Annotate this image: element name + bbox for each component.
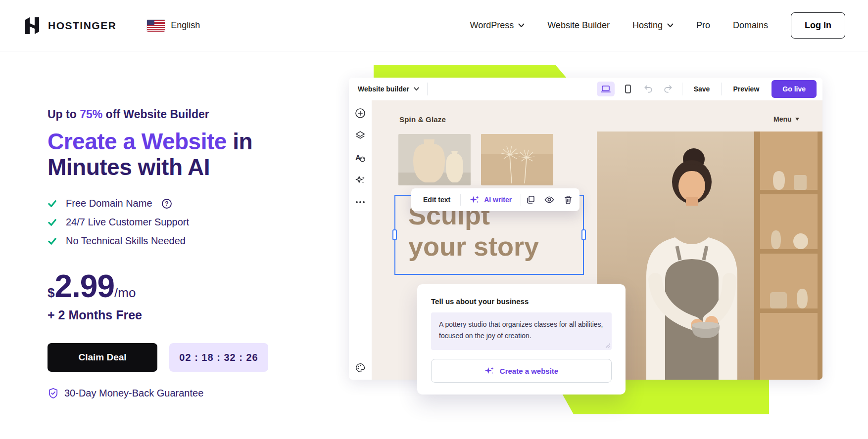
hostinger-logo[interactable]: HOSTINGER <box>23 16 116 36</box>
layers-icon[interactable] <box>354 130 366 141</box>
toolbar-divider <box>427 83 428 95</box>
check-icon <box>48 236 57 246</box>
hero-photo <box>597 132 822 380</box>
price: $ 2.99 /mo <box>48 270 305 302</box>
toolbar-divider <box>721 83 722 95</box>
visibility-button[interactable] <box>540 190 559 209</box>
undo-icon <box>644 85 653 93</box>
resize-grip-icon[interactable] <box>605 343 610 348</box>
shield-check-icon <box>48 388 59 399</box>
feature-free-domain: Free Domain Name ? <box>48 198 305 209</box>
builder-toolbar-actions: Save Preview Go live <box>597 80 817 98</box>
theme-palette-icon[interactable] <box>354 362 366 374</box>
ai-sparkles-icon[interactable] <box>354 174 366 186</box>
image-gallery <box>398 134 553 185</box>
language-selector[interactable]: English <box>147 20 200 32</box>
resize-handle-right[interactable] <box>581 229 586 240</box>
svg-text:?: ? <box>165 200 168 207</box>
us-flag-icon <box>147 20 165 32</box>
feature-support: 24/7 Live Customer Support <box>48 217 305 228</box>
edit-text-button[interactable]: Edit text <box>413 196 460 204</box>
nav-item-domains[interactable]: Domains <box>733 20 768 31</box>
copy-icon <box>526 195 535 204</box>
redo-icon <box>663 85 673 93</box>
builder-sidebar: A <box>349 100 372 380</box>
delete-button[interactable] <box>559 190 578 209</box>
sparkle-icon <box>470 195 480 205</box>
hostinger-logo-icon <box>23 16 42 36</box>
typography-icon[interactable]: A <box>354 152 366 164</box>
mobile-view-button[interactable] <box>619 82 637 96</box>
business-description-input[interactable]: A pottery studio that organizes classes … <box>431 312 612 350</box>
go-live-button[interactable]: Go live <box>772 80 817 98</box>
business-prompt-card: Tell us about your business A pottery st… <box>417 284 626 395</box>
hero-section: Up to 75% off Website Builder Create a W… <box>48 108 305 399</box>
claim-deal-button[interactable]: Claim Deal <box>48 343 157 372</box>
page-title: Create a Website in Minutes with AI <box>48 129 305 180</box>
dried-flowers-image[interactable] <box>481 134 553 185</box>
chevron-down-icon <box>518 23 525 28</box>
money-back-guarantee: 30-Day Money-Back Guarantee <box>48 388 305 399</box>
duplicate-button[interactable] <box>521 190 540 209</box>
add-element-icon[interactable] <box>354 107 366 119</box>
check-icon <box>48 199 57 208</box>
desktop-icon <box>601 85 611 93</box>
builder-toolbar: Website builder <box>349 78 822 100</box>
login-button[interactable]: Log in <box>791 12 845 39</box>
nav-item-pro[interactable]: Pro <box>696 20 710 31</box>
chevron-down-icon <box>414 87 419 91</box>
pottery-image[interactable] <box>398 134 471 185</box>
ai-writer-button[interactable]: AI writer <box>461 195 521 205</box>
price-currency: $ <box>48 285 54 301</box>
business-card-title: Tell us about your business <box>431 297 612 306</box>
top-navigation-bar: HOSTINGER English WordPress Website Buil… <box>0 0 868 51</box>
cta-row: Claim Deal 02 : 18 : 32 : 26 <box>48 343 305 372</box>
countdown-timer: 02 : 18 : 32 : 26 <box>169 343 268 372</box>
bonus-offer: + 2 Months Free <box>48 308 305 322</box>
toolbar-divider <box>682 83 682 95</box>
site-menu[interactable]: Menu <box>773 115 799 123</box>
chevron-down-icon <box>795 118 799 121</box>
site-title: Spin & Glaze <box>399 115 446 124</box>
price-amount: 2.99 <box>54 270 114 302</box>
feature-list: Free Domain Name ? 24/7 Live Customer Su… <box>48 198 305 247</box>
sparkle-icon <box>484 366 494 376</box>
svg-text:A: A <box>355 153 361 162</box>
promo-eyebrow: Up to 75% off Website Builder <box>48 108 305 121</box>
nav-item-wordpress[interactable]: WordPress <box>470 20 525 31</box>
more-options-icon[interactable] <box>354 196 366 208</box>
price-period: /mo <box>114 285 136 301</box>
check-icon <box>48 218 57 227</box>
nav-item-hosting[interactable]: Hosting <box>632 20 674 31</box>
mobile-icon <box>625 85 631 93</box>
preview-button[interactable]: Preview <box>728 85 764 93</box>
desktop-view-button[interactable] <box>597 82 615 96</box>
discount-value: 75% <box>80 108 102 121</box>
redo-button[interactable] <box>661 82 675 96</box>
feature-no-skills: No Technical Skills Needed <box>48 235 305 247</box>
builder-app-menu[interactable]: Website builder <box>358 85 419 93</box>
edit-toolbar: Edit text AI writer <box>411 188 579 211</box>
trash-icon <box>564 195 572 204</box>
nav-item-website-builder[interactable]: Website Builder <box>547 20 610 31</box>
main-nav: WordPress Website Builder Hosting Pro Do… <box>470 12 846 39</box>
hostinger-landing-page: HOSTINGER English WordPress Website Buil… <box>0 0 868 439</box>
eye-icon <box>544 196 554 204</box>
undo-button[interactable] <box>641 82 656 96</box>
create-website-button[interactable]: Create a website <box>431 359 612 383</box>
resize-handle-left[interactable] <box>392 229 397 240</box>
language-label: English <box>171 20 200 31</box>
save-button[interactable]: Save <box>689 85 715 93</box>
help-icon[interactable]: ? <box>161 198 172 209</box>
brand-name: HOSTINGER <box>48 20 116 32</box>
chevron-down-icon <box>667 23 674 28</box>
